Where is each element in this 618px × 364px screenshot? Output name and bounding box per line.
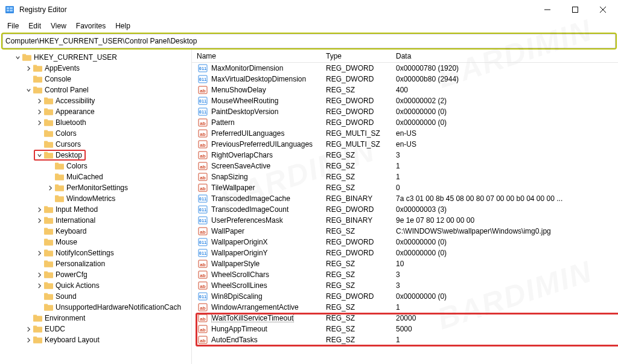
tree-item[interactable]: Sound [0, 291, 191, 302]
chevron-right-icon[interactable] [24, 337, 33, 343]
tree-item[interactable]: Console [0, 74, 191, 85]
tree-item[interactable]: PowerCfg [0, 269, 191, 280]
svg-rect-6 [573, 7, 578, 13]
tree-item[interactable]: PerMonitorSettings [0, 182, 191, 193]
close-button[interactable] [589, 0, 617, 19]
tree-item[interactable]: Keyboard [0, 226, 191, 237]
chevron-right-icon[interactable] [35, 207, 43, 212]
tree-item[interactable]: International [0, 215, 191, 226]
chevron-right-icon[interactable] [24, 66, 33, 71]
value-row[interactable]: abWallpaperStyleREG_SZ10 [192, 258, 618, 269]
chevron-down-icon[interactable] [13, 55, 22, 60]
value-name: MaxMonitorDimension [211, 64, 326, 72]
tree-item[interactable]: Desktop [0, 150, 191, 161]
value-row[interactable]: abWheelScrollCharsREG_SZ3 [192, 269, 618, 280]
tree-item[interactable]: NotifyIconSettings [0, 247, 191, 258]
chevron-right-icon[interactable] [35, 283, 43, 289]
value-data: 0x00000000 (0) [396, 249, 618, 257]
tree-item[interactable]: Bluetooth [0, 117, 191, 128]
tree-item[interactable]: Quick Actions [0, 280, 191, 291]
address-bar[interactable]: Computer\HKEY_CURRENT_USER\Control Panel… [2, 34, 616, 48]
value-row[interactable]: 011TranscodedImageCountREG_DWORD0x000000… [192, 204, 618, 215]
value-name: MenuShowDelay [211, 86, 326, 94]
menu-edit[interactable]: Edit [24, 21, 46, 31]
value-type: REG_DWORD [326, 64, 396, 72]
menu-help[interactable]: Help [110, 21, 135, 31]
value-data: 400 [396, 86, 618, 94]
value-row[interactable]: 011WallpaperOriginYREG_DWORD0x00000000 (… [192, 247, 618, 258]
value-row[interactable]: abSnapSizingREG_SZ1 [192, 171, 618, 182]
tree-item[interactable]: Keyboard Layout [0, 334, 191, 345]
value-type: REG_SZ [326, 270, 396, 279]
maximize-button[interactable] [561, 0, 589, 19]
tree-item[interactable]: Personalization [0, 258, 191, 269]
tree-item[interactable]: Input Method [0, 204, 191, 215]
chevron-right-icon[interactable] [46, 185, 54, 191]
tree-label: EUDC [45, 325, 65, 333]
minimize-button[interactable] [534, 0, 561, 19]
value-row[interactable]: abAutoEndTasksREG_SZ1 [192, 334, 618, 345]
value-type: REG_SZ [326, 162, 396, 170]
tree-panel[interactable]: HKEY_CURRENT_USER AppEventsConsoleContro… [0, 49, 192, 364]
chevron-right-icon[interactable] [35, 218, 43, 223]
chevron-right-icon[interactable] [35, 98, 43, 104]
value-row[interactable]: 011UserPreferencesMaskREG_BINARY9e 1e 07… [192, 215, 618, 226]
menu-view[interactable]: View [46, 21, 71, 31]
value-row[interactable]: 011WallpaperOriginXREG_DWORD0x00000000 (… [192, 237, 618, 247]
menu-file[interactable]: File [2, 21, 24, 31]
menu-favorites[interactable]: Favorites [71, 21, 110, 31]
column-name[interactable]: Name [192, 52, 326, 60]
tree-item[interactable]: Cursors [0, 139, 191, 150]
folder-icon [43, 151, 53, 159]
string-value-icon: ab [198, 226, 208, 236]
tree-item[interactable]: Accessibility [0, 95, 191, 106]
tree-item[interactable]: EUDC [0, 324, 191, 334]
value-row[interactable]: 011Win8DpiScalingREG_DWORD0x00000000 (0) [192, 291, 618, 302]
value-name: WallPaper [211, 227, 326, 235]
value-row[interactable]: 011MouseWheelRoutingREG_DWORD0x00000002 … [192, 95, 618, 106]
value-row[interactable]: abTileWallpaperREG_SZ0 [192, 182, 618, 193]
chevron-right-icon[interactable] [35, 272, 43, 278]
value-row[interactable]: abWallPaperREG_SZC:\WINDOWS\web\wallpape… [192, 226, 618, 237]
tree-item[interactable]: AppEvents [0, 63, 191, 74]
chevron-right-icon[interactable] [35, 109, 43, 115]
column-data[interactable]: Data [396, 52, 618, 60]
value-row[interactable]: 011MaxVirtualDesktopDimensionREG_DWORD0x… [192, 74, 618, 85]
value-row[interactable]: abWindowArrangementActiveREG_SZ1 [192, 302, 618, 313]
chevron-down-icon[interactable] [35, 153, 43, 158]
value-row[interactable]: abHungAppTimeoutREG_SZ5000 [192, 324, 618, 334]
value-type: REG_SZ [326, 336, 396, 344]
tree-item[interactable]: Colors [0, 161, 191, 171]
value-row[interactable]: abPreviousPreferredUILanguagesREG_MULTI_… [192, 139, 618, 150]
value-row[interactable]: abPatternREG_DWORD0x00000000 (0) [192, 117, 618, 128]
column-type[interactable]: Type [326, 52, 396, 60]
value-row[interactable]: abScreenSaveActiveREG_SZ1 [192, 161, 618, 171]
chevron-down-icon[interactable] [24, 88, 33, 93]
tree-item-hkcu[interactable]: HKEY_CURRENT_USER [0, 52, 191, 63]
tree-item[interactable]: UnsupportedHardwareNotificationCach [0, 302, 191, 313]
value-row[interactable]: 011MaxMonitorDimensionREG_DWORD0x0000078… [192, 63, 618, 74]
value-row[interactable]: abWaitToKillServiceTimeoutREG_SZ20000 [192, 313, 618, 324]
tree-item[interactable]: MuiCached [0, 171, 191, 182]
tree-item[interactable]: Appearance [0, 106, 191, 117]
value-row[interactable]: 011PaintDesktopVersionREG_DWORD0x0000000… [192, 106, 618, 117]
chevron-right-icon[interactable] [24, 327, 33, 332]
tree-item[interactable]: WindowMetrics [0, 193, 191, 204]
value-row[interactable]: abMenuShowDelayREG_SZ400 [192, 85, 618, 95]
value-row[interactable]: abWheelScrollLinesREG_SZ3 [192, 280, 618, 291]
tree-item[interactable]: Environment [0, 313, 191, 324]
tree-item[interactable]: Colors [0, 128, 191, 139]
folder-icon [43, 118, 53, 127]
value-row[interactable]: 011TranscodedImageCacheREG_BINARY7a c3 0… [192, 193, 618, 204]
value-type: REG_MULTI_SZ [326, 140, 396, 148]
chevron-right-icon[interactable] [35, 251, 43, 256]
value-name: PreviousPreferredUILanguages [211, 140, 326, 148]
values-panel[interactable]: Name Type Data 011MaxMonitorDimensionREG… [192, 49, 618, 364]
chevron-right-icon[interactable] [35, 120, 43, 126]
value-name: Win8DpiScaling [211, 292, 326, 301]
tree-item[interactable]: Control Panel [0, 85, 191, 95]
value-data: C:\WINDOWS\web\wallpaper\Windows\img0.jp… [396, 227, 618, 235]
value-row[interactable]: abPreferredUILanguagesREG_MULTI_SZen-US [192, 128, 618, 139]
tree-item[interactable]: Mouse [0, 237, 191, 247]
value-row[interactable]: abRightOverlapCharsREG_SZ3 [192, 150, 618, 161]
